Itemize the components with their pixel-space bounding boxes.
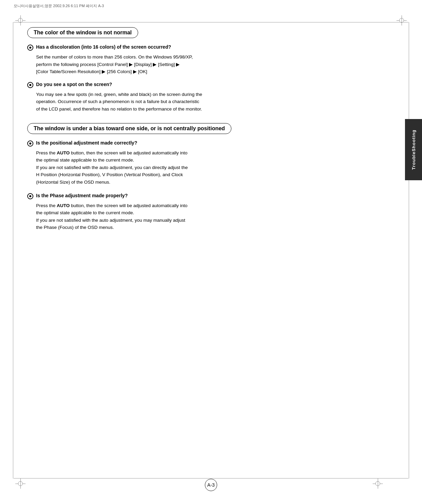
page-number: A-3 [205,479,217,491]
right-sidebar: TroubleShooting [405,119,422,180]
question-3-answer: Press the AUTO button, then the screen w… [36,149,381,186]
question-2-label: Do you see a spot on the screen? [27,82,381,88]
question-2-answer: You may see a few spots (in red, green, … [36,91,381,113]
circle-icon-3 [27,140,33,147]
top-rule [14,22,408,22]
question-1: Has a discoloration (into 16 colors) of … [27,44,381,75]
reg-mark-bottom-left [15,478,26,489]
bottom-rule [14,478,408,478]
question-3-label: Is the positional adjustment made correc… [27,140,381,147]
question-2: Do you see a spot on the screen? You may… [27,82,381,113]
section2-title: The window is under a bias toward one si… [27,123,231,134]
question-1-label: Has a discoloration (into 16 colors) of … [27,44,381,51]
section1: The color of the window is not normal Ha… [27,27,381,113]
reg-mark-top-left [15,15,26,26]
question-3: Is the positional adjustment made correc… [27,140,381,186]
reg-mark-bottom-right [373,478,383,489]
main-content: The color of the window is not normal Ha… [27,27,381,470]
question-4: Is the Phase adjustment made properly? P… [27,193,381,231]
question-4-answer: Press the AUTO button, then the screen w… [36,202,381,231]
left-rule [13,22,13,478]
sidebar-label: TroubleShooting [411,130,416,170]
question-1-answer: Set the number of colors to more than 25… [36,53,381,75]
section1-title: The color of the window is not normal [27,27,138,38]
section2: The window is under a bias toward one si… [27,123,381,231]
circle-icon-4 [27,193,33,199]
question-4-label: Is the Phase adjustment made properly? [27,193,381,199]
circle-icon-2 [27,82,33,88]
reg-mark-top-right [396,15,407,26]
page-header: 모니터사용설명서,영문 2002.9.26 6:11 PM 페이지 A-3 [14,3,104,9]
page-number-container: A-3 [205,479,217,491]
circle-icon-1 [27,45,33,51]
right-rule [409,22,409,478]
